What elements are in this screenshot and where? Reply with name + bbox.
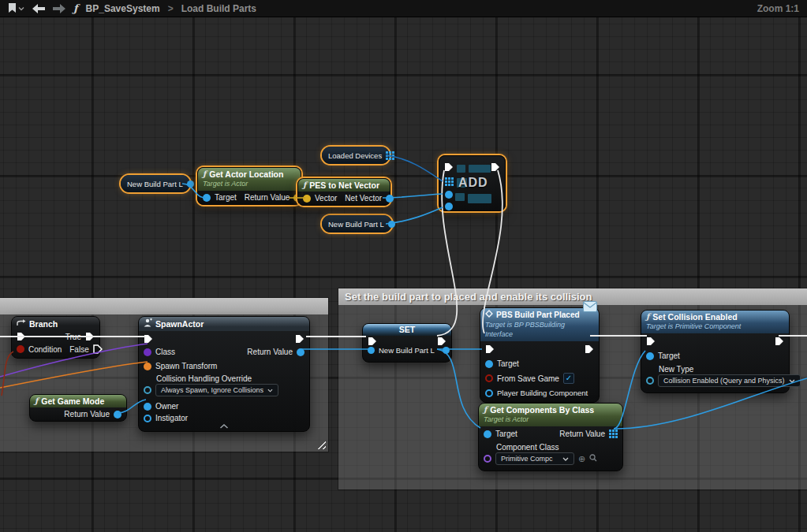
node-header[interactable]: ƒ PES to Net Vector (298, 179, 390, 192)
node-set-new-build-part[interactable]: SET New Build Part L (362, 323, 452, 363)
node-title: SET (399, 325, 415, 334)
array-return-pin[interactable] (609, 430, 618, 438)
collision-override-pin[interactable] (144, 386, 151, 394)
node-set-collision-enabled[interactable]: ƒ Set Collision Enabled Target is Primit… (641, 310, 790, 393)
pill-label: New Build Part L (328, 220, 384, 229)
node-header[interactable]: SET (363, 324, 451, 336)
node-header[interactable]: SpawnActor (139, 317, 309, 331)
instigator-pin[interactable] (144, 415, 151, 422)
target-pin[interactable] (484, 430, 491, 438)
node-branch[interactable]: Branch True Condition False (11, 316, 100, 359)
exec-out-pin[interactable] (775, 337, 784, 346)
exec-in-pin[interactable] (17, 332, 26, 341)
node-title: Set Collision Enabled (652, 312, 737, 322)
use-selected-icon[interactable]: ⊕ (578, 455, 585, 463)
target-pin[interactable] (485, 360, 493, 368)
exec-in-pin[interactable] (444, 162, 454, 172)
exec-out-pin[interactable] (437, 337, 446, 346)
add-watermark: ADD (458, 176, 488, 190)
exec-in-pin[interactable] (144, 334, 153, 344)
var-get-new-build-part-2[interactable]: New Build Part L (322, 215, 392, 233)
array-grid-icon[interactable] (386, 151, 394, 160)
value-out-pin[interactable] (443, 347, 450, 354)
node-array-add[interactable]: ADD (439, 155, 506, 211)
collision-override-dropdown[interactable]: Always Spawn, Ignore Collisions (155, 384, 278, 396)
node-get-actor-location[interactable]: ƒ Get Actor Location Target is Actor Tar… (197, 167, 301, 205)
breadcrumb-separator-icon: > (168, 3, 174, 14)
true-exec-out-pin[interactable] (85, 332, 95, 341)
class-pin[interactable] (144, 348, 151, 356)
node-get-game-mode[interactable]: ƒ Get Game Mode Return Value (29, 394, 127, 422)
player-building-component-pin[interactable] (485, 389, 493, 397)
chevron-down-icon (789, 379, 795, 383)
target-pin[interactable] (203, 194, 211, 202)
new-type-dropdown[interactable]: Collision Enabled (Query and Physics) (658, 374, 801, 387)
back-arrow-icon[interactable] (32, 4, 45, 13)
array-in-pin[interactable] (445, 177, 454, 186)
interface-diamond-icon (485, 310, 493, 320)
object-out-pin[interactable] (187, 180, 194, 188)
spawn-transform-pin[interactable] (144, 363, 151, 370)
node-title: PBS Build Part Placed (496, 311, 580, 320)
node-subtitle: Target is Actor (203, 179, 296, 188)
node-header[interactable]: ƒ Set Collision Enabled Target is Primit… (641, 311, 789, 333)
value-in-pin[interactable] (368, 347, 375, 354)
bookmark-icon[interactable] (8, 3, 24, 13)
owner-pin[interactable] (144, 403, 151, 411)
node-header[interactable]: ƒ Get Components By Class Target is Acto… (479, 404, 622, 426)
pill-label: Loaded Devices (328, 151, 382, 160)
component-class-pin[interactable] (484, 455, 491, 463)
vector-in-pin[interactable] (303, 195, 311, 203)
from-save-game-checkbox[interactable]: ✓ (563, 373, 574, 384)
node-title: Branch (29, 319, 58, 329)
var-get-new-build-part-1[interactable]: New Build Part L (121, 175, 190, 192)
exec-out-pin[interactable] (491, 162, 500, 172)
item-in-pin-2[interactable] (445, 203, 453, 210)
exec-in-pin[interactable] (646, 337, 656, 346)
function-icon: ƒ (303, 180, 306, 190)
condition-pin[interactable] (17, 345, 24, 353)
breadcrumb-toolbar: ƒ BP_SaveSystem > Load Build Parts Zoom … (0, 0, 807, 17)
function-icon: ƒ (35, 396, 38, 406)
node-pes-to-net-vector[interactable]: ƒ PES to Net Vector Vector Net Vector (297, 178, 390, 206)
node-header[interactable]: PBS Build Part Placed Target is BP PBSBu… (480, 308, 599, 341)
node-header[interactable]: ƒ Get Game Mode (30, 395, 126, 407)
function-icon: ƒ (203, 169, 206, 179)
comment-title: Set the build part to placed and enable … (345, 291, 592, 303)
breadcrumb-current[interactable]: Load Build Parts (181, 3, 256, 14)
var-get-loaded-devices[interactable]: Loaded Devices (322, 147, 390, 164)
item-in-pin[interactable] (445, 191, 453, 199)
exec-in-pin[interactable] (368, 337, 377, 346)
node-spawn-actor[interactable]: SpawnActor Class Return Value Spawn Tran… (138, 316, 310, 432)
node-header[interactable]: Branch (12, 317, 99, 329)
node-pbs-build-part-placed[interactable]: PBS Build Part Placed Target is BP PBSBu… (480, 307, 600, 403)
return-value-pin[interactable] (297, 348, 304, 356)
breadcrumb-root[interactable]: BP_SaveSystem (86, 3, 160, 14)
branch-icon (17, 318, 26, 329)
component-class-dropdown[interactable]: Primitive Compc (495, 452, 574, 465)
new-type-pin[interactable] (646, 377, 654, 385)
net-vector-out-pin[interactable] (386, 195, 394, 203)
comment-collision-header[interactable]: Set the build part to placed and enable … (338, 288, 807, 305)
node-title: Get Components By Class (490, 405, 594, 415)
target-pin[interactable] (646, 352, 654, 360)
return-value-pin[interactable] (114, 411, 121, 419)
exec-in-pin[interactable] (485, 344, 495, 354)
comment-left-header[interactable] (0, 298, 328, 314)
exec-out-pin[interactable] (295, 334, 304, 344)
pill-label: New Build Part L (127, 180, 183, 188)
node-subtitle: Target is BP PBSBuilding Interface (485, 320, 594, 339)
node-get-components-by-class[interactable]: ƒ Get Components By Class Target is Acto… (478, 403, 623, 471)
forward-arrow-icon[interactable] (53, 4, 65, 13)
collapse-chevron-icon[interactable] (220, 422, 229, 430)
node-subtitle: Target is Actor (484, 415, 618, 424)
node-title: SpawnActor (155, 319, 204, 329)
object-out-pin[interactable] (388, 221, 395, 228)
exec-out-pin[interactable] (585, 344, 594, 354)
false-exec-out-pin[interactable] (93, 344, 103, 354)
node-header[interactable]: ƒ Get Actor Location Target is Actor (198, 168, 301, 191)
search-icon[interactable] (589, 454, 597, 463)
node-title: PES to Net Vector (309, 180, 379, 190)
node-title: Get Actor Location (209, 169, 283, 179)
from-save-game-pin[interactable] (485, 374, 493, 382)
